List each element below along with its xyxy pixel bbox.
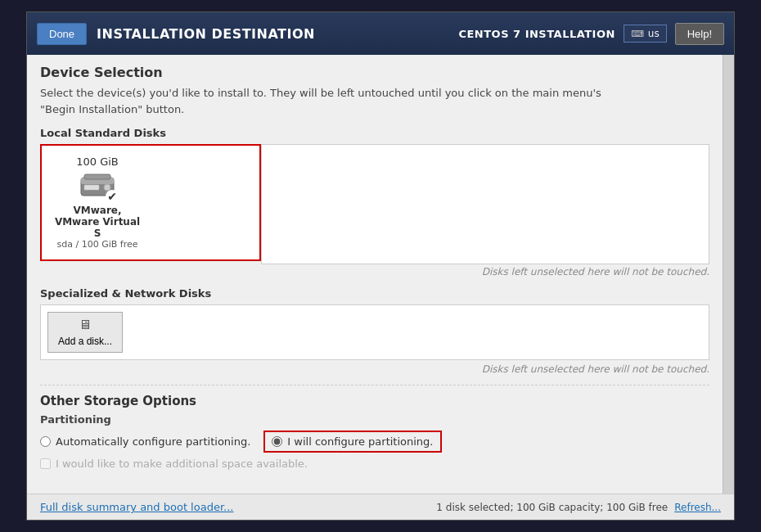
space-available-option[interactable]: I would like to make additional space av… xyxy=(40,458,709,470)
titlebar: Done INSTALLATION DESTINATION CENTOS 7 I… xyxy=(27,12,734,55)
add-disk-button[interactable]: 🖥 Add a disk... xyxy=(47,312,123,353)
scrollbar[interactable] xyxy=(723,55,734,494)
keyboard-icon: ⌨ xyxy=(631,29,644,39)
partitioning-options: Automatically configure partitioning. I … xyxy=(40,431,709,453)
keyboard-widget[interactable]: ⌨ us xyxy=(624,25,667,43)
add-disk-icon: 🖥 xyxy=(79,318,92,332)
disk-selected-check: ✔ xyxy=(106,190,119,203)
local-disks-hint: Disks left unselected here will not be t… xyxy=(40,266,709,277)
space-available-label: I would like to make additional space av… xyxy=(56,458,308,470)
network-disks-area: 🖥 Add a disk... xyxy=(40,304,709,360)
footer: Full disk summary and boot loader... 1 d… xyxy=(27,494,734,520)
titlebar-left: Done INSTALLATION DESTINATION xyxy=(37,23,315,45)
space-available-checkbox[interactable] xyxy=(40,458,51,469)
partitioning-label: Partitioning xyxy=(40,413,709,426)
keyboard-lang: us xyxy=(648,28,660,39)
device-selection-description: Select the device(s) you'd like to insta… xyxy=(40,85,709,117)
manual-partition-option[interactable]: I will configure partitioning. xyxy=(263,431,441,453)
titlebar-right: CENTOS 7 INSTALLATION ⌨ us Help! xyxy=(458,23,724,45)
manual-partition-label: I will configure partitioning. xyxy=(287,435,433,448)
help-button[interactable]: Help! xyxy=(675,23,724,45)
content-area: Device Selection Select the device(s) yo… xyxy=(27,55,723,494)
network-disks-hint: Disks left unselected here will not be t… xyxy=(40,363,709,375)
disk-icon-wrapper: ✔ xyxy=(79,171,115,201)
add-disk-label: Add a disk... xyxy=(58,336,112,347)
network-disks-label: Specialized & Network Disks xyxy=(40,287,709,300)
storage-options: Other Storage Options Partitioning Autom… xyxy=(40,385,709,470)
storage-options-title: Other Storage Options xyxy=(40,394,709,408)
device-selection-title: Device Selection xyxy=(40,65,709,80)
manual-partition-radio[interactable] xyxy=(272,436,282,447)
local-disks-label: Local Standard Disks xyxy=(40,127,709,139)
svg-rect-4 xyxy=(84,185,99,190)
svg-rect-2 xyxy=(84,174,110,179)
local-disks-area: 100 GiB ✔ VMware, xyxy=(40,144,261,261)
network-section: Specialized & Network Disks 🖥 Add a disk… xyxy=(40,287,709,375)
disk-item[interactable]: 100 GiB ✔ VMware, xyxy=(48,152,146,253)
disk-status-text: 1 disk selected; 100 GiB capacity; 100 G… xyxy=(436,502,668,513)
centos-title: CENTOS 7 INSTALLATION xyxy=(458,28,615,40)
disk-name: VMware, VMware Virtual S xyxy=(52,205,143,239)
empty-disks-area xyxy=(261,144,709,264)
disk-size: 100 GiB xyxy=(76,156,119,168)
page-title: INSTALLATION DESTINATION xyxy=(97,26,315,42)
auto-partition-label: Automatically configure partitioning. xyxy=(56,435,250,448)
auto-partition-radio[interactable] xyxy=(40,436,51,447)
refresh-link[interactable]: Refresh... xyxy=(674,502,721,513)
auto-partition-option[interactable]: Automatically configure partitioning. xyxy=(40,435,250,448)
done-button[interactable]: Done xyxy=(37,23,87,45)
full-disk-summary-link[interactable]: Full disk summary and boot loader... xyxy=(40,501,233,513)
disk-info: sda / 100 GiB free xyxy=(57,239,138,250)
footer-status: 1 disk selected; 100 GiB capacity; 100 G… xyxy=(436,502,721,513)
